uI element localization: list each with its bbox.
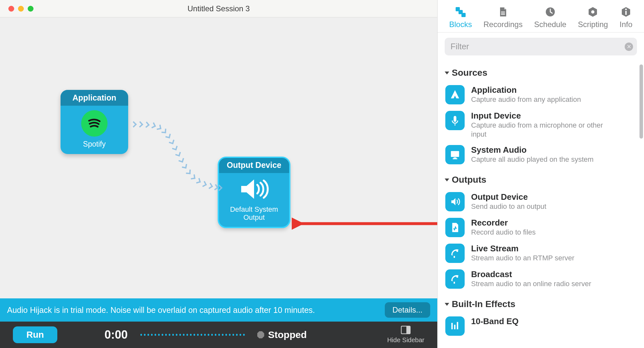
svg-rect-2 <box>406 326 410 334</box>
stopped-icon <box>257 331 264 338</box>
sidebar-scroll[interactable]: Sources Application Capture audio from a… <box>438 59 644 348</box>
filter-searchbox: ✕ <box>445 38 637 55</box>
item-desc: Send audio to an output <box>471 202 546 211</box>
block-output-device-header: Output Device <box>218 157 290 173</box>
equalizer-icon <box>445 316 465 336</box>
trial-message: Audio Hijack is in trial mode. Noise wil… <box>7 305 315 315</box>
scripting-icon <box>587 6 598 18</box>
block-output-device[interactable]: Output Device Default System Output <box>218 157 290 227</box>
minimize-window-button[interactable] <box>18 6 24 12</box>
tab-schedule[interactable]: Schedule <box>534 6 566 29</box>
session-canvas[interactable]: Application Spotify Output Device Defaul… <box>0 17 437 298</box>
item-title: System Audio <box>471 145 593 155</box>
waveform-placeholder <box>139 334 246 336</box>
sidebar: Blocks Recordings Schedule Scripting Inf… <box>437 0 644 348</box>
main-window: Untitled Session 3 Application Spotify O… <box>0 0 437 348</box>
titlebar: Untitled Session 3 <box>0 0 437 17</box>
trial-banner: Audio Hijack is in trial mode. Noise wil… <box>0 298 437 322</box>
tab-info[interactable]: Info <box>620 6 632 29</box>
close-window-button[interactable] <box>8 6 14 12</box>
session-status: Stopped <box>257 329 307 340</box>
block-application[interactable]: Application Spotify <box>61 90 128 154</box>
svg-rect-5 <box>461 13 466 17</box>
schedule-icon <box>545 6 556 18</box>
session-timer: 0:00 <box>104 328 128 342</box>
trial-details-button[interactable]: Details... <box>385 302 430 318</box>
svg-rect-14 <box>454 256 455 258</box>
hide-sidebar-label: Hide Sidebar <box>387 336 424 344</box>
chevron-down-icon <box>445 303 449 306</box>
block-application-header: Application <box>61 90 128 106</box>
svg-point-13 <box>456 250 458 252</box>
tab-recordings[interactable]: Recordings <box>484 6 523 29</box>
tab-scripting[interactable]: Scripting <box>578 6 608 29</box>
info-icon <box>620 6 631 18</box>
annotation-arrow <box>292 208 450 237</box>
svg-rect-17 <box>451 323 453 329</box>
section-title-sources: Sources <box>452 68 488 78</box>
satellite-dish-icon <box>445 244 465 263</box>
recordings-icon <box>497 6 508 18</box>
svg-rect-10 <box>451 151 459 157</box>
sidebar-item-broadcast[interactable]: Broadcast Stream audio to an online radi… <box>445 266 637 292</box>
item-title: Output Device <box>471 192 546 202</box>
sidebar-item-application[interactable]: Application Capture audio from any appli… <box>445 82 637 108</box>
clear-filter-button[interactable]: ✕ <box>625 43 633 51</box>
sidebar-item-10-band-eq[interactable]: 10-Band EQ <box>445 313 637 339</box>
hide-sidebar-icon <box>401 326 411 336</box>
maximize-window-button[interactable] <box>28 6 33 12</box>
item-title: Application <box>471 85 581 95</box>
filter-input[interactable] <box>445 38 637 55</box>
item-desc: Stream audio to an online radio server <box>471 279 591 288</box>
speaker-icon <box>445 192 465 211</box>
item-desc: Capture audio from a microphone or other… <box>471 121 603 139</box>
sidebar-scrollbar[interactable] <box>639 64 643 139</box>
svg-point-9 <box>625 9 627 10</box>
section-title-outputs: Outputs <box>452 175 486 185</box>
svg-rect-19 <box>457 322 458 329</box>
section-title-effects: Built-In Effects <box>452 299 516 309</box>
run-button[interactable]: Run <box>13 326 57 343</box>
sidebar-item-live-stream[interactable]: Live Stream Stream audio to an RTMP serv… <box>445 240 637 266</box>
broadcast-icon <box>445 269 465 289</box>
tab-scripting-label: Scripting <box>578 20 608 29</box>
svg-point-7 <box>591 10 594 14</box>
window-title: Untitled Session 3 <box>187 4 250 13</box>
item-title: Input Device <box>471 111 603 121</box>
monitor-icon <box>445 145 465 164</box>
tab-schedule-label: Schedule <box>534 20 566 29</box>
item-desc: Stream audio to an RTMP server <box>471 254 574 263</box>
item-title: Recorder <box>471 218 536 228</box>
svg-rect-8 <box>625 11 627 15</box>
spotify-icon <box>81 110 108 137</box>
chevron-down-icon <box>445 179 449 181</box>
sidebar-item-output-device[interactable]: Output Device Send audio to an output <box>445 189 637 215</box>
microphone-icon <box>445 111 465 130</box>
section-header-sources[interactable]: Sources <box>445 66 637 82</box>
chevron-down-icon <box>445 72 449 74</box>
item-title: Live Stream <box>471 244 574 254</box>
sidebar-tabs: Blocks Recordings Schedule Scripting Inf… <box>438 0 644 33</box>
tab-info-label: Info <box>620 20 632 29</box>
sidebar-item-system-audio[interactable]: System Audio Capture all audio played on… <box>445 142 637 168</box>
blocks-icon <box>455 6 466 18</box>
window-controls <box>8 6 33 12</box>
hide-sidebar-button[interactable]: Hide Sidebar <box>387 326 424 344</box>
svg-point-15 <box>456 276 458 278</box>
svg-rect-11 <box>454 158 457 159</box>
item-title: Broadcast <box>471 269 591 279</box>
svg-rect-16 <box>454 282 455 284</box>
file-audio-icon <box>445 218 465 237</box>
application-icon <box>445 85 465 104</box>
section-header-effects[interactable]: Built-In Effects <box>445 298 637 313</box>
item-desc: Capture audio from any application <box>471 95 581 104</box>
section-header-outputs[interactable]: Outputs <box>445 173 637 189</box>
sidebar-item-recorder[interactable]: Recorder Record audio to files <box>445 215 637 240</box>
item-desc: Record audio to files <box>471 228 536 237</box>
tab-recordings-label: Recordings <box>484 20 523 29</box>
tab-blocks-label: Blocks <box>449 20 472 29</box>
svg-rect-12 <box>453 158 457 159</box>
block-output-device-label: Default System Output <box>221 205 287 222</box>
tab-blocks[interactable]: Blocks <box>449 6 472 29</box>
sidebar-item-input-device[interactable]: Input Device Capture audio from a microp… <box>445 108 637 142</box>
